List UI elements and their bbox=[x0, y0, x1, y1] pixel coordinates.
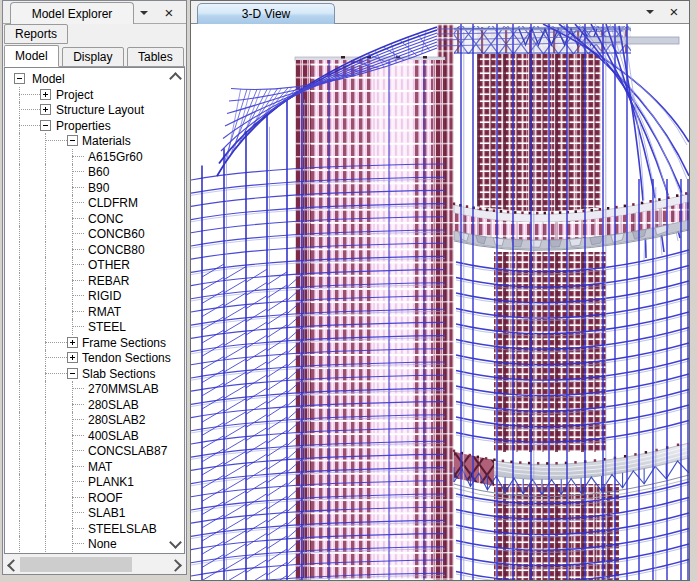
tab-reports[interactable]: Reports bbox=[4, 24, 68, 44]
tree-item[interactable]: CONCSLAB87 bbox=[5, 443, 184, 459]
close-icon: × bbox=[165, 5, 174, 20]
tree-item-label: Frame Sections bbox=[82, 336, 166, 350]
tree-item[interactable]: ROOF bbox=[5, 490, 184, 506]
tree-item[interactable]: Slab Sections bbox=[5, 366, 184, 382]
tree-item-label: Structure Layout bbox=[56, 103, 144, 117]
tree-item[interactable]: RIGID bbox=[5, 288, 184, 304]
tree-item[interactable]: REBAR bbox=[5, 273, 184, 289]
tree-guide-line bbox=[45, 149, 46, 165]
tree-item[interactable]: STEELSLAB bbox=[5, 521, 184, 537]
tree-item-label: 280SLAB bbox=[88, 398, 139, 412]
collapse-box-icon[interactable] bbox=[40, 120, 51, 131]
tree-item[interactable]: 270MMSLAB bbox=[5, 381, 184, 397]
tree-item[interactable]: Project bbox=[5, 87, 184, 103]
tree-guide-line bbox=[45, 211, 46, 227]
expand-box-icon[interactable] bbox=[40, 104, 51, 115]
3d-viewport[interactable] bbox=[191, 24, 689, 580]
scroll-left-button[interactable] bbox=[7, 559, 20, 572]
tree-connector bbox=[72, 171, 84, 172]
tree-item-label: CONCB60 bbox=[88, 227, 145, 241]
tree-horizontal-scrollbar[interactable] bbox=[4, 556, 185, 573]
tree-guide-line bbox=[19, 443, 20, 459]
tree-guide-line bbox=[19, 474, 20, 490]
tree-item-label: ROOF bbox=[88, 491, 123, 505]
tree-item[interactable]: CONC bbox=[5, 211, 184, 227]
tab-model[interactable]: Model bbox=[4, 45, 59, 67]
tree-item[interactable]: Properties bbox=[5, 118, 184, 134]
tree-item-label: REBAR bbox=[88, 274, 129, 288]
tree-item-label: RIGID bbox=[88, 289, 121, 303]
tab-tables[interactable]: Tables bbox=[127, 47, 184, 67]
tree-connector bbox=[72, 202, 84, 203]
tree-connector bbox=[72, 497, 84, 498]
tree-item[interactable]: 280SLAB2 bbox=[5, 412, 184, 428]
tree-item[interactable]: None bbox=[5, 536, 184, 552]
tree-guide-line bbox=[45, 304, 46, 320]
tree-guide-line bbox=[45, 536, 46, 552]
tree-guide-line bbox=[19, 459, 20, 475]
tree-guide-line bbox=[45, 273, 46, 289]
tab-display[interactable]: Display bbox=[62, 47, 123, 67]
view-menu-button[interactable] bbox=[641, 3, 659, 20]
tree-item-label: PLANK1 bbox=[88, 475, 134, 489]
tree-item-label: B90 bbox=[88, 181, 109, 195]
collapse-box-icon[interactable] bbox=[14, 73, 25, 84]
model-3d-canvas[interactable] bbox=[191, 24, 689, 580]
tree-item[interactable]: PLANK1 bbox=[5, 474, 184, 490]
tree-item[interactable]: CONCB60 bbox=[5, 226, 184, 242]
tree-item-label: Materials bbox=[82, 134, 131, 148]
tree-connector bbox=[72, 218, 84, 219]
tree-guide-line bbox=[45, 490, 46, 506]
collapse-box-icon[interactable] bbox=[67, 135, 78, 146]
tree-item[interactable]: RMAT bbox=[5, 304, 184, 320]
tree-guide-line bbox=[19, 412, 20, 428]
tree-guide-line bbox=[45, 226, 46, 242]
panel-menu-button[interactable] bbox=[135, 4, 153, 21]
tab-tables-label: Tables bbox=[138, 50, 173, 64]
tree-item[interactable]: B60 bbox=[5, 164, 184, 180]
tree-connector bbox=[72, 404, 84, 405]
tree-guide-line bbox=[19, 211, 20, 227]
view-close-button[interactable]: × bbox=[665, 3, 683, 20]
tab-3d-view[interactable]: 3-D View bbox=[197, 3, 335, 24]
tree-item[interactable]: OTHER bbox=[5, 257, 184, 273]
tree-item[interactable]: CLDFRM bbox=[5, 195, 184, 211]
scrollbar-thumb[interactable] bbox=[20, 557, 132, 572]
tree-item[interactable]: A615Gr60 bbox=[5, 149, 184, 165]
tree-item[interactable]: 280SLAB bbox=[5, 397, 184, 413]
tree-guide-line bbox=[19, 536, 20, 552]
view-window: 3-D View × bbox=[190, 0, 690, 581]
tree-item-label: 280SLAB2 bbox=[88, 413, 145, 427]
tree-guide-line bbox=[45, 242, 46, 258]
tree-guide-line bbox=[45, 319, 46, 335]
tree-item-label: OTHER bbox=[88, 258, 130, 272]
tree-item[interactable]: Materials bbox=[5, 133, 184, 149]
model-explorer-panel: Model Explorer × Reports Model Display T… bbox=[2, 0, 187, 575]
panel-title-tab[interactable]: Model Explorer bbox=[10, 2, 134, 24]
expand-box-icon[interactable] bbox=[40, 89, 51, 100]
scroll-right-button[interactable] bbox=[169, 559, 182, 572]
tree-item[interactable]: B90 bbox=[5, 180, 184, 196]
view-tab-bar: 3-D View × bbox=[191, 1, 689, 24]
tree-item[interactable]: SLAB1 bbox=[5, 505, 184, 521]
tree-connector bbox=[72, 512, 84, 513]
collapse-box-icon[interactable] bbox=[67, 368, 78, 379]
tree-guide-line bbox=[19, 195, 20, 211]
panel-close-button[interactable]: × bbox=[160, 4, 178, 21]
tree-guide-line bbox=[45, 521, 46, 537]
tree-connector bbox=[72, 388, 84, 389]
tree-guide-line bbox=[19, 133, 20, 149]
tree-item[interactable]: Tendon Sections bbox=[5, 350, 184, 366]
tree-item[interactable]: CONCB80 bbox=[5, 242, 184, 258]
tree-item[interactable]: Frame Sections bbox=[5, 335, 184, 351]
tree-item[interactable]: STEEL bbox=[5, 319, 184, 335]
tree-guide-line bbox=[19, 226, 20, 242]
expand-box-icon[interactable] bbox=[67, 337, 78, 348]
tree-item[interactable]: 400SLAB bbox=[5, 428, 184, 444]
tree-guide-line bbox=[19, 304, 20, 320]
tree-item[interactable]: Model bbox=[5, 71, 184, 87]
tree-item[interactable]: MAT bbox=[5, 459, 184, 475]
expand-box-icon[interactable] bbox=[67, 352, 78, 363]
tree-item[interactable]: Structure Layout bbox=[5, 102, 184, 118]
tree-connector bbox=[72, 528, 84, 529]
